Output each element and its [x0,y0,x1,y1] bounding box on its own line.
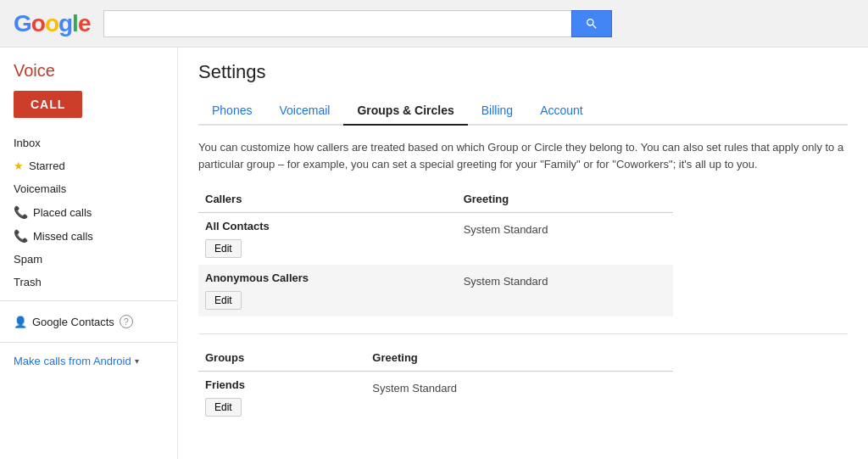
groups-description: You can customize how callers are treate… [198,139,848,172]
help-icon[interactable]: ? [120,315,133,328]
anonymous-callers-label: Anonymous Callers [205,271,450,284]
all-contacts-greeting: System Standard [464,220,666,236]
tabs-bar: Phones Voicemail Groups & Circles Billin… [198,97,848,126]
star-icon: ★ [14,160,24,172]
spam-link[interactable]: Spam [14,253,42,266]
anonymous-callers-edit-button[interactable]: Edit [205,291,242,310]
dropdown-arrow-icon: ▾ [135,356,139,366]
sidebar-item-inbox[interactable]: Inbox [0,132,177,154]
sidebar-divider-2 [0,342,177,343]
search-button[interactable] [571,10,612,37]
main-content: Settings Phones Voicemail Groups & Circl… [178,48,868,459]
search-icon [585,17,598,31]
table-row: All Contacts Edit System Standard [198,213,673,266]
all-contacts-edit-button[interactable]: Edit [205,239,242,258]
sidebar-nav: Inbox ★ Starred Voicemails 📞 Placed call… [0,132,177,294]
voice-title: Voice [0,61,177,91]
friends-greeting: System Standard [372,378,666,395]
groups-col-header: Groups [198,348,365,372]
anonymous-callers-greeting: System Standard [464,271,666,288]
missed-calls-icon: 📞 [14,229,28,243]
search-bar [103,10,612,37]
placed-calls-icon: 📞 [14,205,28,219]
placed-calls-link[interactable]: Placed calls [33,206,92,219]
starred-link[interactable]: Starred [29,160,65,172]
sidebar-item-trash[interactable]: Trash [0,271,177,294]
voicemails-link[interactable]: Voicemails [14,182,66,195]
person-icon: 👤 [14,316,27,328]
header: Google [0,0,868,48]
table-row: Friends Edit System Standard [198,372,673,424]
app-layout: Voice CALL Inbox ★ Starred Voicemails 📞 … [0,48,868,459]
inbox-link[interactable]: Inbox [14,137,41,149]
google-logo: Google [14,10,90,37]
tab-account[interactable]: Account [526,97,597,126]
tab-voicemail[interactable]: Voicemail [265,97,343,126]
sidebar-item-spam[interactable]: Spam [0,248,177,271]
callers-col-header: Callers [198,189,457,213]
table-row: Anonymous Callers Edit System Standard [198,265,673,316]
section-divider [198,333,848,334]
greeting-col-header: Greeting [457,189,673,213]
make-calls-android[interactable]: Make calls from Android ▾ [0,350,177,372]
sidebar-item-voicemails[interactable]: Voicemails [0,177,177,200]
sidebar-item-placed-calls[interactable]: 📞 Placed calls [0,200,177,224]
groups-greeting-col-header: Greeting [365,348,673,372]
tab-phones[interactable]: Phones [198,97,265,126]
settings-title: Settings [198,61,848,83]
call-button[interactable]: CALL [14,91,82,118]
trash-link[interactable]: Trash [14,276,42,288]
google-contacts-label: Google Contacts [32,316,114,328]
sidebar-item-starred[interactable]: ★ Starred [0,154,177,177]
callers-table: Callers Greeting All Contacts Edit Syste… [198,189,673,316]
missed-calls-link[interactable]: Missed calls [33,230,93,243]
sidebar-divider [0,300,177,301]
sidebar: Voice CALL Inbox ★ Starred Voicemails 📞 … [0,48,178,459]
groups-table: Groups Greeting Friends Edit System Stan… [198,348,673,423]
sidebar-item-missed-calls[interactable]: 📞 Missed calls [0,224,177,248]
search-input[interactable] [103,10,571,37]
tab-groups-circles[interactable]: Groups & Circles [343,97,467,126]
friends-label: Friends [205,378,359,391]
google-contacts-section: 👤 Google Contacts ? [0,308,177,335]
all-contacts-label: All Contacts [205,220,450,232]
friends-edit-button[interactable]: Edit [205,398,242,417]
android-link-label: Make calls from Android [14,355,131,367]
tab-billing[interactable]: Billing [468,97,526,126]
